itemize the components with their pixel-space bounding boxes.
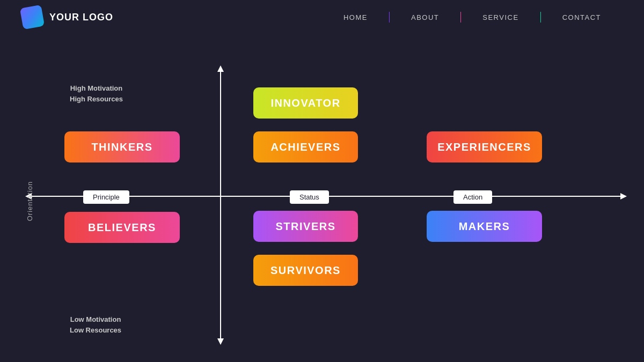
chart-area: Orientation High Motivation High Resourc… xyxy=(0,40,644,362)
card-thinkers[interactable]: THINKERS xyxy=(64,131,180,162)
axis-vertical xyxy=(220,70,221,341)
marker-principle: Principle xyxy=(83,190,129,204)
logo-icon xyxy=(20,5,45,29)
nav-contact[interactable]: CONTACT xyxy=(541,13,623,21)
logo-area: YOUR LOGO xyxy=(21,6,113,28)
card-achievers[interactable]: ACHIEVERS xyxy=(253,131,358,162)
card-experiencers[interactable]: EXPERIENCERS xyxy=(427,131,542,162)
header: YOUR LOGO HOME ABOUT SERVICE CONTACT xyxy=(0,0,644,34)
card-makers[interactable]: MAKERS xyxy=(427,211,542,242)
orientation-label: Orientation xyxy=(26,181,34,221)
nav-service[interactable]: SERVICE xyxy=(461,13,540,21)
card-innovator[interactable]: INNOVATOR xyxy=(253,87,358,119)
nav-home[interactable]: HOME xyxy=(322,13,389,21)
card-strivers[interactable]: STRIVERS xyxy=(253,211,358,242)
navigation: HOME ABOUT SERVICE CONTACT xyxy=(322,12,623,23)
marker-status: Status xyxy=(290,190,329,204)
card-believers[interactable]: BELIEVERS xyxy=(64,212,180,243)
card-survivors[interactable]: SURVIVORS xyxy=(253,255,358,286)
logo-text: YOUR LOGO xyxy=(49,12,113,23)
high-motivation-label: High Motivation High Resources xyxy=(70,83,123,104)
marker-action: Action xyxy=(453,190,492,204)
low-motivation-label: Low Motivation Low Resources xyxy=(70,314,121,335)
nav-about[interactable]: ABOUT xyxy=(390,13,460,21)
